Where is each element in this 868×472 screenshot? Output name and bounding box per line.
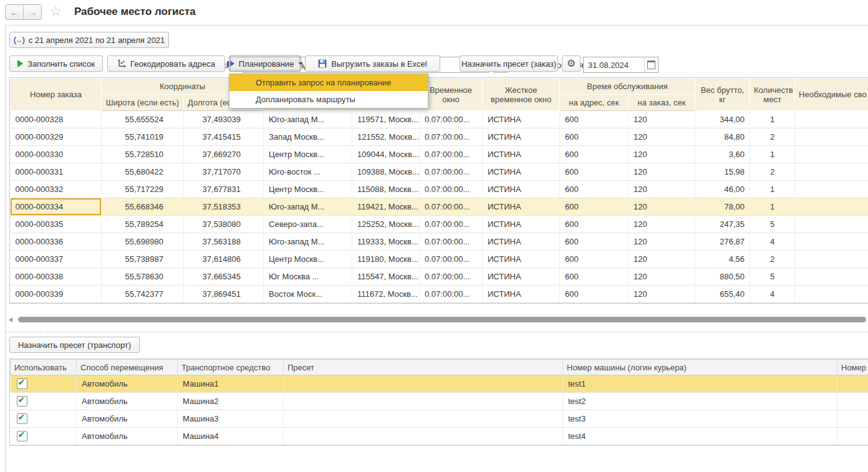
order-cell-zone[interactable]: Центр Москв... (264, 181, 352, 198)
transport-cell-number[interactable] (837, 410, 868, 428)
transport-row[interactable]: АвтомобильМашина3test3 (11, 410, 868, 428)
order-cell-service_order_sec[interactable]: 120 (629, 268, 695, 286)
order-cell-hard_window[interactable]: ИСТИНА (483, 146, 560, 163)
order-cell-hard_window[interactable]: ИСТИНА (483, 198, 560, 216)
transport-cell-vehicle[interactable]: Машина2 (178, 393, 284, 410)
order-cell-service_address_sec[interactable]: 600 (560, 163, 629, 181)
order-row[interactable]: 0000-00033955,74237737,869451Восток Моск… (11, 286, 868, 303)
order-cell-service_order_sec[interactable]: 120 (629, 128, 695, 146)
geocode-button[interactable]: Геокодировать адреса (107, 55, 225, 72)
transport-cell-preset[interactable] (284, 428, 563, 445)
order-cell-required_props[interactable] (795, 268, 868, 286)
order-cell-hard_window[interactable]: ИСТИНА (483, 181, 560, 198)
order-cell-address[interactable]: 115088, Москв... (352, 181, 420, 198)
order-cell-weight[interactable]: 276,87 (695, 233, 750, 251)
col-move-method[interactable]: Способ перемещения (77, 360, 178, 375)
col-preset[interactable]: Пресет (284, 360, 563, 375)
transport-cell-vehicle[interactable]: Машина1 (178, 375, 284, 393)
order-cell-places[interactable]: 2 (750, 251, 795, 268)
order-cell-service_order_sec[interactable]: 120 (629, 233, 695, 251)
order-cell-lon[interactable]: 37,493039 (184, 111, 264, 128)
order-cell-zone[interactable]: Центр Москв... (264, 146, 352, 163)
order-cell-weight[interactable]: 3,60 (695, 146, 750, 163)
order-cell-lon[interactable]: 37,669270 (184, 146, 264, 163)
transport-cell-method[interactable]: Автомобиль (77, 428, 178, 445)
order-cell-service_address_sec[interactable]: 600 (560, 268, 629, 286)
transport-cell-preset[interactable] (284, 393, 563, 410)
settings-button[interactable]: ⚙ (562, 55, 581, 72)
order-cell-time_window[interactable]: 0.07:00:00... (420, 111, 483, 128)
col-service-per-order[interactable]: на заказ, сек (629, 95, 695, 111)
order-cell-weight[interactable]: 344,00 (695, 111, 750, 128)
transport-row[interactable]: АвтомобильМашина2test2 (11, 393, 868, 410)
order-cell-service_address_sec[interactable]: 600 (560, 233, 629, 251)
order-cell-places[interactable]: 5 (750, 268, 795, 286)
col-places-count[interactable]: Количеств мест (750, 79, 795, 111)
menu-item-send-planning-request[interactable]: Отправить запрос на планирование (229, 74, 428, 91)
order-cell-number[interactable]: 0000-000337 (11, 251, 102, 268)
menu-item-replan-routes[interactable]: Допланировать маршруты (229, 91, 428, 108)
use-checkbox[interactable] (17, 431, 27, 441)
order-cell-time_window[interactable]: 0.07:00:00... (420, 163, 483, 181)
order-cell-places[interactable]: 1 (750, 111, 795, 128)
order-cell-lat[interactable]: 55,738987 (102, 251, 184, 268)
transport-cell-login[interactable]: test4 (563, 428, 837, 445)
order-cell-address[interactable]: 111672, Москв... (352, 286, 420, 303)
order-cell-lon[interactable]: 37,415415 (184, 128, 264, 146)
order-cell-lat[interactable]: 55,578630 (102, 268, 184, 286)
order-cell-service_order_sec[interactable]: 120 (629, 286, 695, 303)
order-cell-places[interactable]: 1 (750, 146, 795, 163)
order-cell-service_order_sec[interactable]: 120 (629, 163, 695, 181)
order-cell-time_window[interactable]: 0.07:00:00... (420, 251, 483, 268)
order-cell-places[interactable]: 1 (750, 198, 795, 216)
order-cell-required_props[interactable] (795, 286, 868, 303)
order-cell-zone[interactable]: Юго-запад М... (264, 111, 352, 128)
order-cell-number[interactable]: 0000-000331 (11, 163, 102, 181)
order-cell-service_address_sec[interactable]: 600 (560, 198, 629, 216)
order-cell-lat[interactable]: 55,655524 (102, 111, 184, 128)
col-service-per-address[interactable]: на адрес, сек (560, 95, 629, 111)
assign-preset-transport-button[interactable]: Назначить пресет (транспорт) (9, 337, 140, 353)
transport-cell-login[interactable]: test1 (563, 375, 837, 393)
order-cell-address[interactable]: 119180, Москв... (352, 251, 420, 268)
order-cell-lat[interactable]: 55,728510 (102, 146, 184, 163)
order-row[interactable]: 0000-00033555,78925437,538080Северо-запа… (11, 216, 868, 233)
order-cell-lon[interactable]: 37,677831 (184, 181, 264, 198)
splitter[interactable] (6, 332, 868, 332)
order-cell-address[interactable]: 109388, Москв... (352, 163, 420, 181)
order-cell-required_props[interactable] (795, 128, 868, 146)
order-cell-zone[interactable]: Северо-запа... (264, 216, 352, 233)
order-row[interactable]: 0000-00033255,71722937,677831Центр Москв… (11, 181, 868, 198)
transport-cell-checked[interactable] (11, 375, 77, 393)
order-cell-service_order_sec[interactable]: 120 (629, 146, 695, 163)
col-time-window[interactable]: Временное окно (420, 79, 483, 111)
order-cell-time_window[interactable]: 0.07:00:00... (420, 181, 483, 198)
order-row[interactable]: 0000-00033655,69898037,563188Юго-запад М… (11, 233, 868, 251)
transport-row[interactable]: АвтомобильМашина1test1 (11, 375, 868, 393)
transport-cell-number[interactable] (837, 393, 868, 410)
order-cell-lat[interactable]: 55,717229 (102, 181, 184, 198)
order-cell-lon[interactable]: 37,563188 (184, 233, 264, 251)
order-cell-number[interactable]: 0000-000338 (11, 268, 102, 286)
order-row[interactable]: 0000-00033755,73898737,614806Центр Москв… (11, 251, 868, 268)
order-cell-number[interactable]: 0000-000332 (11, 181, 102, 198)
order-cell-hard_window[interactable]: ИСТИНА (483, 251, 560, 268)
order-cell-address[interactable]: 115547, Москв... (352, 268, 420, 286)
order-cell-time_window[interactable]: 0.07:00:00... (420, 216, 483, 233)
col-order-number[interactable]: Номер заказа (11, 79, 102, 111)
order-cell-places[interactable]: 4 (750, 286, 795, 303)
order-cell-weight[interactable]: 78,00 (695, 198, 750, 216)
order-cell-zone[interactable]: Центр Москв... (264, 251, 352, 268)
fill-list-button[interactable]: Заполнить список (9, 55, 103, 72)
transport-cell-method[interactable]: Автомобиль (77, 393, 178, 410)
col-number[interactable]: Номер (837, 360, 868, 375)
order-cell-places[interactable]: 4 (750, 233, 795, 251)
col-service-time-group[interactable]: Время обслуживания (560, 79, 695, 95)
col-use[interactable]: Использовать (11, 360, 77, 375)
order-cell-hard_window[interactable]: ИСТИНА (483, 128, 560, 146)
transport-cell-number[interactable] (837, 375, 868, 393)
order-cell-address[interactable]: 109044, Москв... (352, 146, 420, 163)
order-cell-service_address_sec[interactable]: 600 (560, 216, 629, 233)
orders-horizontal-scrollbar[interactable] (6, 316, 868, 324)
order-cell-time_window[interactable]: 0.07:00:00... (420, 198, 483, 216)
